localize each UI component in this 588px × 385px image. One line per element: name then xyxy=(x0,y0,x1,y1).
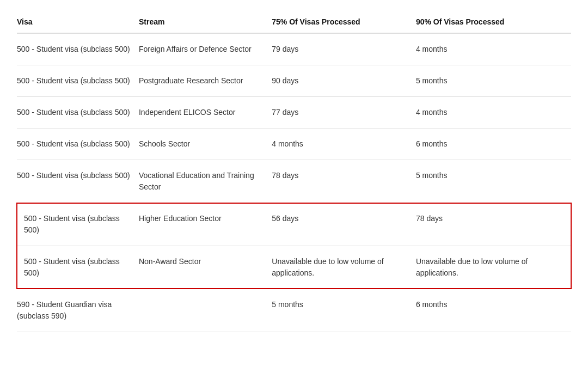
table-cell-3: 78 days xyxy=(416,203,571,246)
table-cell-2: 90 days xyxy=(272,65,416,97)
table-row: 500 - Student visa (subclass 500)Indepen… xyxy=(17,97,571,129)
table-cell-1 xyxy=(139,289,272,332)
table-row: 590 - Student Guardian visa (subclass 59… xyxy=(17,289,571,332)
table-cell-1: Independent ELICOS Sector xyxy=(139,97,272,129)
table-cell-0: 500 - Student visa (subclass 500) xyxy=(17,65,139,97)
table-cell-2: 78 days xyxy=(272,160,416,204)
table-cell-0: 500 - Student visa (subclass 500) xyxy=(17,97,139,129)
table-cell-3: 6 months xyxy=(416,129,571,160)
table-cell-0: 500 - Student visa (subclass 500) xyxy=(17,129,139,160)
table-cell-3: 6 months xyxy=(416,289,571,332)
table-cell-1: Foreign Affairs or Defence Sector xyxy=(139,33,272,65)
table-cell-3: 4 months xyxy=(416,97,571,129)
table-cell-3: 5 months xyxy=(416,160,571,204)
column-header-0: Visa xyxy=(17,11,139,33)
table-row: 500 - Student visa (subclass 500)Non-Awa… xyxy=(17,246,571,289)
table-cell-0: 500 - Student visa (subclass 500) xyxy=(17,246,139,289)
table-cell-0: 590 - Student Guardian visa (subclass 59… xyxy=(17,289,139,332)
table-cell-2: 79 days xyxy=(272,33,416,65)
table-cell-1: Non-Award Sector xyxy=(139,246,272,289)
column-header-2: 75% Of Visas Processed xyxy=(272,11,416,33)
table-cell-1: Vocational Education and Training Sector xyxy=(139,160,272,204)
column-header-3: 90% Of Visas Processed xyxy=(416,11,571,33)
table-cell-1: Higher Education Sector xyxy=(139,203,272,246)
table-cell-2: 5 months xyxy=(272,289,416,332)
table-cell-2: Unavailable due to low volume of applica… xyxy=(272,246,416,289)
table-cell-2: 77 days xyxy=(272,97,416,129)
table-row: 500 - Student visa (subclass 500)Postgra… xyxy=(17,65,571,97)
column-header-1: Stream xyxy=(139,11,272,33)
table-cell-1: Postgraduate Research Sector xyxy=(139,65,272,97)
table-cell-0: 500 - Student visa (subclass 500) xyxy=(17,33,139,65)
table-cell-2: 4 months xyxy=(272,129,416,160)
table-cell-0: 500 - Student visa (subclass 500) xyxy=(17,203,139,246)
table-row: 500 - Student visa (subclass 500)Schools… xyxy=(17,129,571,160)
table-header-row: VisaStream75% Of Visas Processed90% Of V… xyxy=(17,11,571,33)
table-cell-1: Schools Sector xyxy=(139,129,272,160)
table-row: 500 - Student visa (subclass 500)Vocatio… xyxy=(17,160,571,204)
table-cell-3: 4 months xyxy=(416,33,571,65)
table-row: 500 - Student visa (subclass 500)Higher … xyxy=(17,203,571,246)
table-cell-0: 500 - Student visa (subclass 500) xyxy=(17,160,139,204)
table-cell-3: 5 months xyxy=(416,65,571,97)
table-cell-2: 56 days xyxy=(272,203,416,246)
table-cell-3: Unavailable due to low volume of applica… xyxy=(416,246,571,289)
table-row: 500 - Student visa (subclass 500)Foreign… xyxy=(17,33,571,65)
visa-processing-table: VisaStream75% Of Visas Processed90% Of V… xyxy=(16,11,572,332)
